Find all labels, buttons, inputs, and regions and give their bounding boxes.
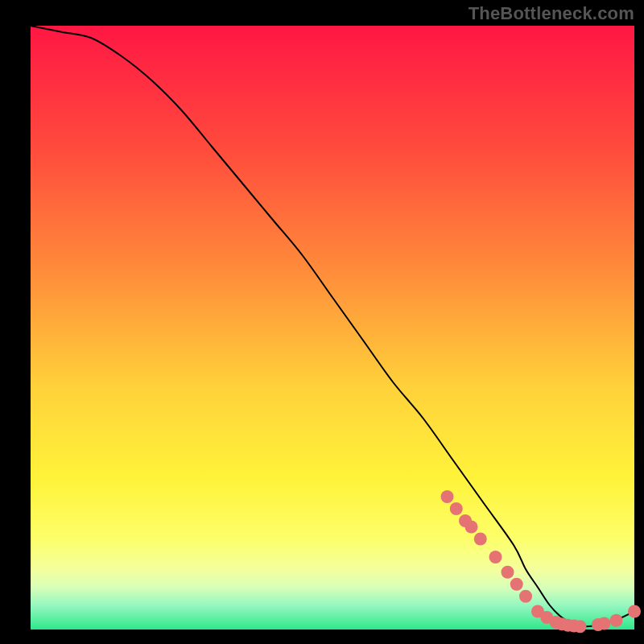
data-marker [450, 502, 463, 515]
data-marker [502, 566, 514, 579]
chart-stage: TheBottleneck.com [0, 0, 644, 644]
data-marker [465, 521, 478, 534]
data-marker [489, 551, 502, 564]
plot-background [31, 26, 634, 630]
data-marker [598, 617, 611, 630]
data-marker [474, 533, 487, 546]
data-marker [574, 620, 587, 633]
data-marker [628, 605, 641, 618]
data-marker [441, 490, 454, 503]
data-marker [510, 578, 523, 591]
data-marker [519, 590, 532, 603]
data-marker [610, 614, 623, 627]
chart-svg [0, 0, 644, 644]
